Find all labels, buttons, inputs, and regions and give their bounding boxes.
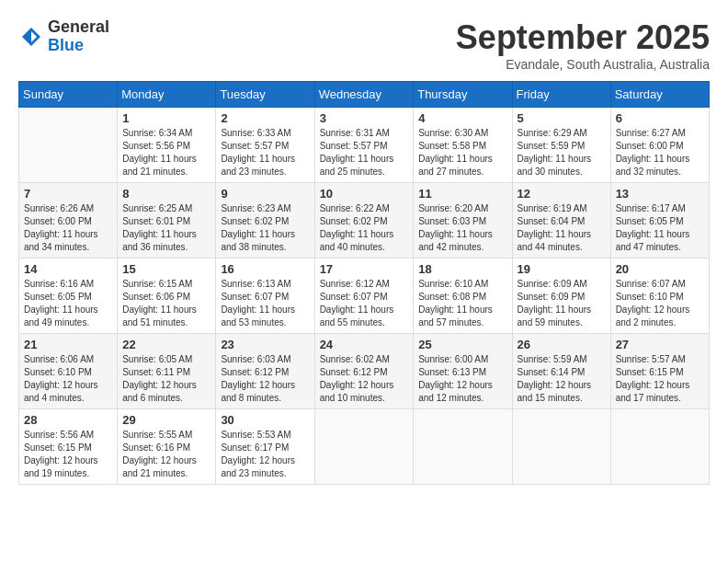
day-number: 4 <box>418 111 506 125</box>
calendar-cell: 27Sunrise: 5:57 AM Sunset: 6:15 PM Dayli… <box>610 334 709 409</box>
calendar-cell: 14Sunrise: 6:16 AM Sunset: 6:05 PM Dayli… <box>19 259 118 334</box>
day-info: Sunrise: 6:00 AM Sunset: 6:13 PM Dayligh… <box>418 353 506 405</box>
day-info: Sunrise: 6:25 AM Sunset: 6:01 PM Dayligh… <box>122 202 210 254</box>
day-number: 3 <box>320 111 409 125</box>
calendar-cell: 18Sunrise: 6:10 AM Sunset: 6:08 PM Dayli… <box>414 259 512 334</box>
day-number: 13 <box>616 187 704 201</box>
day-info: Sunrise: 6:27 AM Sunset: 6:00 PM Dayligh… <box>616 127 704 178</box>
calendar-cell: 5Sunrise: 6:29 AM Sunset: 5:59 PM Daylig… <box>512 108 610 183</box>
day-info: Sunrise: 6:15 AM Sunset: 6:06 PM Dayligh… <box>122 278 210 329</box>
weekday-header-saturday: Saturday <box>610 82 709 108</box>
location-subtitle: Evandale, South Australia, Australia <box>456 57 710 72</box>
weekday-header-monday: Monday <box>118 82 216 108</box>
weekday-header-row: SundayMondayTuesdayWednesdayThursdayFrid… <box>19 82 710 108</box>
calendar-week-row: 7Sunrise: 6:26 AM Sunset: 6:00 PM Daylig… <box>19 183 710 259</box>
day-info: Sunrise: 5:53 AM Sunset: 6:17 PM Dayligh… <box>221 429 309 480</box>
logo-icon <box>18 24 44 50</box>
calendar-week-row: 28Sunrise: 5:56 AM Sunset: 6:15 PM Dayli… <box>19 409 710 485</box>
day-info: Sunrise: 6:05 AM Sunset: 6:11 PM Dayligh… <box>122 353 210 405</box>
day-number: 21 <box>24 338 112 351</box>
day-info: Sunrise: 5:55 AM Sunset: 6:16 PM Dayligh… <box>122 429 210 480</box>
calendar-cell: 1Sunrise: 6:34 AM Sunset: 5:56 PM Daylig… <box>118 108 216 183</box>
day-number: 24 <box>320 338 409 351</box>
day-info: Sunrise: 6:22 AM Sunset: 6:02 PM Dayligh… <box>320 202 409 254</box>
day-number: 30 <box>221 413 309 427</box>
day-number: 15 <box>122 262 210 276</box>
calendar-cell: 2Sunrise: 6:33 AM Sunset: 5:57 PM Daylig… <box>216 108 314 183</box>
calendar-cell <box>610 409 709 485</box>
calendar-cell <box>19 108 118 183</box>
calendar-cell: 22Sunrise: 6:05 AM Sunset: 6:11 PM Dayli… <box>118 334 216 409</box>
day-number: 1 <box>122 111 210 125</box>
logo-blue: Blue <box>48 37 109 55</box>
calendar-cell: 7Sunrise: 6:26 AM Sunset: 6:00 PM Daylig… <box>19 183 118 259</box>
day-info: Sunrise: 6:12 AM Sunset: 6:07 PM Dayligh… <box>320 278 409 329</box>
calendar-cell: 12Sunrise: 6:19 AM Sunset: 6:04 PM Dayli… <box>512 183 610 259</box>
calendar-cell: 13Sunrise: 6:17 AM Sunset: 6:05 PM Dayli… <box>610 183 709 259</box>
day-number: 27 <box>616 338 704 351</box>
day-info: Sunrise: 6:29 AM Sunset: 5:59 PM Dayligh… <box>518 127 606 178</box>
day-info: Sunrise: 6:02 AM Sunset: 6:12 PM Dayligh… <box>320 353 409 405</box>
day-number: 11 <box>418 187 506 201</box>
day-number: 23 <box>221 338 309 351</box>
weekday-header-thursday: Thursday <box>414 82 512 108</box>
logo: General Blue <box>18 18 109 55</box>
calendar-cell: 4Sunrise: 6:30 AM Sunset: 5:58 PM Daylig… <box>414 108 512 183</box>
day-info: Sunrise: 6:10 AM Sunset: 6:08 PM Dayligh… <box>418 278 506 329</box>
day-number: 6 <box>616 111 704 125</box>
title-block: September 2025 Evandale, South Australia… <box>456 18 710 72</box>
logo-general: General <box>48 18 109 37</box>
day-info: Sunrise: 6:07 AM Sunset: 6:10 PM Dayligh… <box>616 278 704 329</box>
day-number: 14 <box>24 262 112 276</box>
calendar-cell: 16Sunrise: 6:13 AM Sunset: 6:07 PM Dayli… <box>216 259 314 334</box>
day-info: Sunrise: 6:30 AM Sunset: 5:58 PM Dayligh… <box>418 127 506 178</box>
calendar-cell: 8Sunrise: 6:25 AM Sunset: 6:01 PM Daylig… <box>118 183 216 259</box>
day-info: Sunrise: 6:09 AM Sunset: 6:09 PM Dayligh… <box>518 278 606 329</box>
day-number: 16 <box>221 262 309 276</box>
day-number: 9 <box>221 187 309 201</box>
calendar-cell: 25Sunrise: 6:00 AM Sunset: 6:13 PM Dayli… <box>414 334 512 409</box>
calendar-cell: 24Sunrise: 6:02 AM Sunset: 6:12 PM Dayli… <box>314 334 414 409</box>
calendar-cell: 23Sunrise: 6:03 AM Sunset: 6:12 PM Dayli… <box>216 334 314 409</box>
calendar-cell: 30Sunrise: 5:53 AM Sunset: 6:17 PM Dayli… <box>216 409 314 485</box>
calendar-cell: 11Sunrise: 6:20 AM Sunset: 6:03 PM Dayli… <box>414 183 512 259</box>
day-number: 18 <box>418 262 506 276</box>
calendar-table: SundayMondayTuesdayWednesdayThursdayFrid… <box>18 81 710 485</box>
weekday-header-friday: Friday <box>512 82 610 108</box>
calendar-week-row: 1Sunrise: 6:34 AM Sunset: 5:56 PM Daylig… <box>19 108 710 183</box>
day-info: Sunrise: 6:20 AM Sunset: 6:03 PM Dayligh… <box>418 202 506 254</box>
day-info: Sunrise: 6:17 AM Sunset: 6:05 PM Dayligh… <box>616 202 704 254</box>
calendar-cell: 10Sunrise: 6:22 AM Sunset: 6:02 PM Dayli… <box>314 183 414 259</box>
calendar-cell: 3Sunrise: 6:31 AM Sunset: 5:57 PM Daylig… <box>314 108 414 183</box>
calendar-cell: 17Sunrise: 6:12 AM Sunset: 6:07 PM Dayli… <box>314 259 414 334</box>
day-number: 25 <box>418 338 506 351</box>
day-number: 7 <box>24 187 112 201</box>
calendar-week-row: 14Sunrise: 6:16 AM Sunset: 6:05 PM Dayli… <box>19 259 710 334</box>
day-number: 29 <box>122 413 210 427</box>
page-header: General Blue September 2025 Evandale, So… <box>18 18 710 72</box>
day-number: 26 <box>518 338 606 351</box>
calendar-cell: 15Sunrise: 6:15 AM Sunset: 6:06 PM Dayli… <box>118 259 216 334</box>
calendar-week-row: 21Sunrise: 6:06 AM Sunset: 6:10 PM Dayli… <box>19 334 710 409</box>
day-number: 28 <box>24 413 112 427</box>
weekday-header-tuesday: Tuesday <box>216 82 314 108</box>
calendar-cell: 19Sunrise: 6:09 AM Sunset: 6:09 PM Dayli… <box>512 259 610 334</box>
day-info: Sunrise: 5:57 AM Sunset: 6:15 PM Dayligh… <box>616 353 704 405</box>
calendar-cell: 21Sunrise: 6:06 AM Sunset: 6:10 PM Dayli… <box>19 334 118 409</box>
day-number: 12 <box>518 187 606 201</box>
day-info: Sunrise: 6:19 AM Sunset: 6:04 PM Dayligh… <box>518 202 606 254</box>
weekday-header-sunday: Sunday <box>19 82 118 108</box>
day-number: 19 <box>518 262 606 276</box>
calendar-cell <box>414 409 512 485</box>
month-title: September 2025 <box>456 18 710 57</box>
calendar-cell: 28Sunrise: 5:56 AM Sunset: 6:15 PM Dayli… <box>19 409 118 485</box>
calendar-cell <box>512 409 610 485</box>
day-info: Sunrise: 6:03 AM Sunset: 6:12 PM Dayligh… <box>221 353 309 405</box>
logo-text: General Blue <box>48 18 109 55</box>
day-number: 17 <box>320 262 409 276</box>
calendar-cell: 29Sunrise: 5:55 AM Sunset: 6:16 PM Dayli… <box>118 409 216 485</box>
day-info: Sunrise: 6:13 AM Sunset: 6:07 PM Dayligh… <box>221 278 309 329</box>
calendar-cell: 26Sunrise: 5:59 AM Sunset: 6:14 PM Dayli… <box>512 334 610 409</box>
day-info: Sunrise: 6:23 AM Sunset: 6:02 PM Dayligh… <box>221 202 309 254</box>
day-number: 20 <box>616 262 704 276</box>
